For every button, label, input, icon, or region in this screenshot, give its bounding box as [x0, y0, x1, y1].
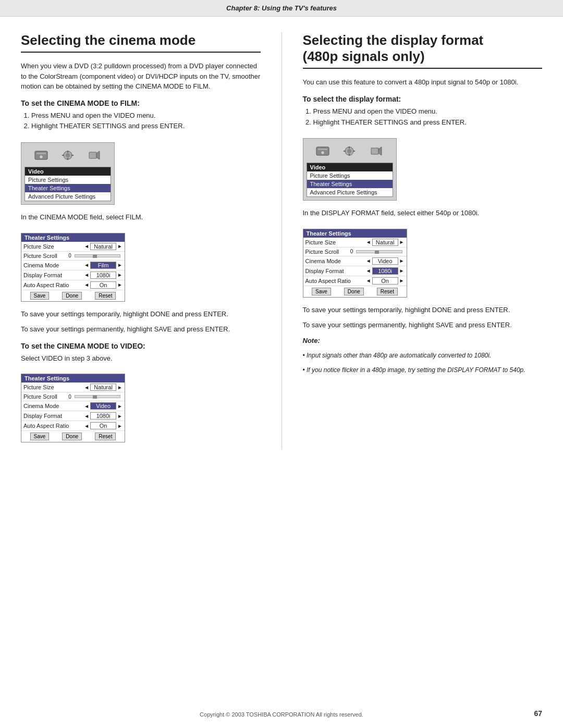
theater-box-film: Theater Settings Picture Size ◄ Natural …	[21, 233, 125, 302]
done-button-1080[interactable]: Done	[344, 288, 364, 295]
done-button-film[interactable]: Done	[62, 292, 82, 300]
theater-value-aspect-1080: On	[372, 277, 398, 285]
theater-value-cinema-1080: Video	[372, 257, 398, 265]
svg-point-2	[40, 155, 43, 158]
save-button-video[interactable]: Save	[30, 433, 50, 440]
to-film-heading: To set the CINEMA MODE to FILM:	[21, 99, 261, 107]
left-step4b: To save your settings permanently, highl…	[21, 324, 261, 335]
theater-scroll-film: Picture Scroll 0	[21, 252, 125, 261]
svg-rect-19	[353, 151, 355, 152]
right-menu-list: Video Picture Settings Theater Settings …	[307, 163, 393, 197]
left-step3-film: In the CINEMA MODE field, select FILM.	[21, 212, 261, 223]
save-button-film[interactable]: Save	[30, 292, 50, 300]
menu-icon-2	[59, 148, 76, 163]
right-section-title: Selecting the display format (480p signa…	[303, 32, 543, 69]
reset-button-video[interactable]: Reset	[95, 433, 116, 440]
theater-header-film: Theater Settings	[21, 233, 125, 242]
right-settings-icon	[342, 145, 357, 157]
copyright-text: Copyright © 2003 TOSHIBA CORPORATION All…	[200, 711, 363, 718]
left-step2-film: Highlight THEATER SETTINGS and press ENT…	[31, 121, 261, 132]
arrow-right-cinema-film: ►	[117, 262, 123, 268]
note-2: • If you notice flicker in a 480p image,…	[303, 365, 543, 375]
theater-scroll-1080: Picture Scroll 0	[303, 248, 407, 256]
menu-header-1: Video	[25, 167, 111, 176]
left-intro: When you view a DVD (3:2 pulldown proces…	[21, 61, 261, 92]
theater-value-cinema-video: Video	[90, 402, 116, 410]
page-number: 67	[534, 709, 542, 718]
menu-item-advanced-settings: Advanced Picture Settings	[25, 192, 111, 201]
audio-icon	[87, 149, 102, 162]
to-video-text: Select VIDEO in step 3 above.	[21, 353, 261, 364]
right-column: Selecting the display format (480p signa…	[303, 32, 543, 450]
scroll-indicator-1080	[375, 251, 379, 254]
theater-value-cinema-film: Film	[90, 262, 116, 269]
svg-rect-8	[71, 155, 74, 156]
svg-rect-1	[36, 153, 46, 154]
left-menu-screenshot-1: Video Picture Settings Theater Settings …	[21, 142, 115, 205]
right-menu-icon-1	[314, 144, 331, 158]
reset-button-film[interactable]: Reset	[95, 292, 116, 300]
right-step1: Press MENU and open the VIDEO menu.	[313, 106, 543, 117]
right-audio-icon	[369, 145, 384, 157]
content-area: Selecting the cinema mode When you view …	[0, 17, 563, 481]
left-section-title: Selecting the cinema mode	[21, 32, 261, 53]
svg-rect-5	[67, 151, 68, 153]
right-step3: In the DISPLAY FORMAT field, select eith…	[303, 208, 543, 218]
theater-row-aspect-video: Auto Aspect Ratio ◄ On ►	[21, 421, 125, 431]
scroll-bar-film	[75, 254, 120, 257]
theater-row-cinema-video: Cinema Mode ◄ Video ►	[21, 401, 125, 411]
theater-row-cinema-1080: Cinema Mode ◄ Video ►	[303, 256, 407, 266]
theater-value-aspect-video: On	[90, 422, 116, 429]
svg-point-15	[347, 149, 351, 153]
svg-marker-10	[96, 151, 100, 159]
note-label: Note:	[303, 336, 543, 346]
right-menu-item-advanced: Advanced Picture Settings	[307, 188, 393, 196]
theater-scroll-video: Picture Scroll 0	[21, 392, 125, 401]
right-menu-icons-row	[307, 142, 393, 161]
theater-buttons-film: Save Done Reset	[21, 290, 125, 301]
right-menu-screenshot: Video Picture Settings Theater Settings …	[303, 138, 397, 201]
save-button-1080[interactable]: Save	[312, 288, 331, 295]
svg-marker-21	[378, 147, 382, 155]
done-button-video[interactable]: Done	[62, 433, 82, 440]
to-display-heading: To select the display format:	[303, 95, 543, 103]
menu-item-picture-settings: Picture Settings	[25, 176, 111, 184]
arrow-left-cinema-film: ◄	[84, 262, 89, 268]
svg-rect-17	[349, 154, 350, 156]
svg-rect-18	[344, 151, 346, 152]
theater-row-size-1080: Picture Size ◄ Natural ►	[303, 238, 407, 248]
reset-button-1080[interactable]: Reset	[377, 288, 398, 295]
column-divider	[282, 32, 282, 450]
theater-header-1080: Theater Settings	[303, 229, 407, 238]
dvd-icon	[34, 149, 48, 162]
arrow-right-aspect-film: ►	[117, 282, 123, 288]
svg-rect-20	[371, 148, 378, 154]
theater-row-display-film: Display Format ◄ 1080i ►	[21, 270, 125, 280]
arrow-left-display-film: ◄	[84, 272, 89, 278]
scroll-bar-1080	[356, 250, 402, 253]
chapter-header: Chapter 8: Using the TV's features	[0, 0, 563, 17]
theater-value-aspect-film: On	[90, 281, 116, 289]
svg-point-4	[66, 153, 70, 157]
scroll-bar-video	[75, 395, 120, 398]
menu-icon-1	[33, 148, 50, 163]
theater-row-aspect-1080: Auto Aspect Ratio ◄ On ►	[303, 276, 407, 286]
theater-row-size-film: Picture Size ◄ Natural ►	[21, 242, 125, 252]
right-menu-icon-2	[341, 144, 358, 158]
theater-value-display-video: 1080i	[90, 412, 116, 419]
right-intro: You can use this feature to convert a 48…	[303, 77, 543, 88]
arrow-left-aspect-film: ◄	[84, 282, 89, 288]
theater-row-aspect-film: Auto Aspect Ratio ◄ On ►	[21, 280, 125, 290]
theater-row-display-video: Display Format ◄ 1080i ►	[21, 411, 125, 421]
right-menu-item-theater-active: Theater Settings	[307, 180, 393, 188]
svg-rect-7	[62, 155, 64, 156]
theater-row-cinema-film: Cinema Mode ◄ Film ►	[21, 261, 125, 270]
svg-rect-9	[89, 152, 96, 158]
svg-rect-16	[349, 146, 350, 149]
menu-icon-3	[86, 148, 103, 163]
theater-header-video: Theater Settings	[21, 374, 125, 382]
to-video-heading: To set the CINEMA MODE to VIDEO:	[21, 342, 261, 350]
theater-value-size-video: Natural	[90, 384, 116, 391]
left-step4a: To save your settings temporarily, highl…	[21, 309, 261, 319]
left-column: Selecting the cinema mode When you view …	[21, 32, 261, 450]
